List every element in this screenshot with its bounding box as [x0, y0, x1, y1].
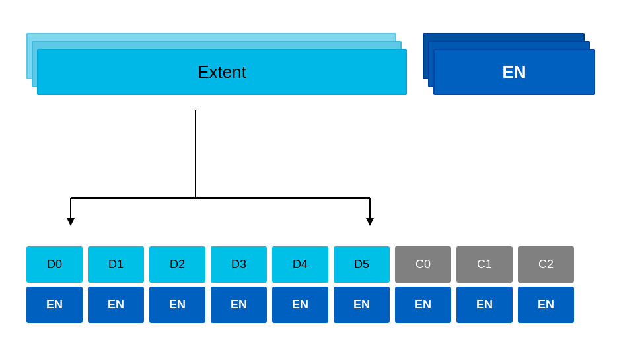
- cell-en-6[interactable]: EN: [395, 287, 451, 323]
- cell-d4[interactable]: D4: [272, 246, 328, 283]
- cell-en-8[interactable]: EN: [518, 287, 574, 323]
- cell-d3[interactable]: D3: [211, 246, 267, 283]
- cell-en-5[interactable]: EN: [334, 287, 390, 323]
- top-section: Extent EN: [26, 33, 601, 99]
- extent-stack: Extent: [26, 33, 410, 99]
- bottom-cell-row: EN EN EN EN EN EN EN EN: [26, 287, 574, 323]
- cell-c2[interactable]: C2: [518, 246, 574, 283]
- svg-marker-5: [366, 218, 374, 226]
- cell-en-3[interactable]: EN: [211, 287, 267, 323]
- cell-en-2[interactable]: EN: [149, 287, 205, 323]
- cell-d0[interactable]: D0: [26, 246, 83, 283]
- extent-box-front[interactable]: Extent: [37, 49, 407, 95]
- diagram-container: Extent EN D0 D1 D2 D3: [0, 0, 644, 356]
- cell-en-1[interactable]: EN: [88, 287, 144, 323]
- en-box-front[interactable]: EN: [433, 49, 595, 95]
- cell-d2[interactable]: D2: [149, 246, 205, 283]
- cell-en-0[interactable]: EN: [26, 287, 83, 323]
- extent-label: Extent: [197, 62, 246, 83]
- top-cell-row: D0 D1 D2 D3 D4 D5 C0 C1: [26, 246, 574, 283]
- en-stack: EN: [423, 33, 601, 99]
- cell-c1[interactable]: C1: [456, 246, 513, 283]
- en-label: EN: [502, 62, 526, 83]
- cell-en-7[interactable]: EN: [456, 287, 513, 323]
- cell-en-4[interactable]: EN: [272, 287, 328, 323]
- svg-marker-3: [67, 218, 75, 226]
- bottom-section: D0 D1 D2 D3 D4 D5 C0 C1: [26, 246, 574, 323]
- cell-d5[interactable]: D5: [334, 246, 390, 283]
- cell-d1[interactable]: D1: [88, 246, 144, 283]
- cell-c0[interactable]: C0: [395, 246, 451, 283]
